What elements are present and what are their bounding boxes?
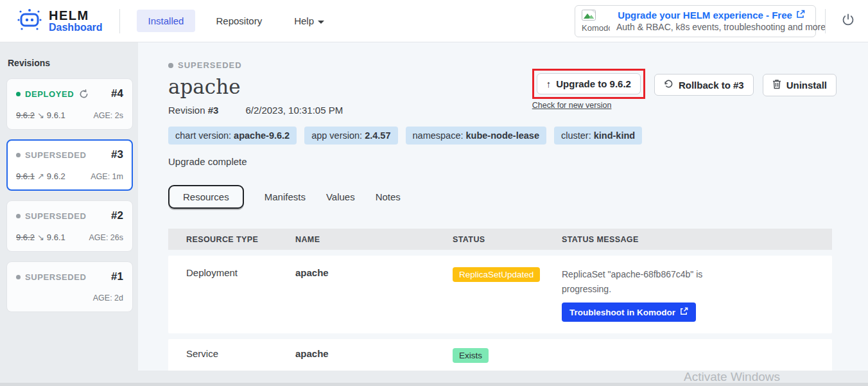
- resource-type-cell: Service: [186, 339, 295, 371]
- new-version: 9.6.1: [47, 110, 65, 120]
- logo-text: HELM Dashboard: [49, 9, 103, 33]
- revision-number: #3: [111, 148, 123, 161]
- main-column: SUPERSEDED apache Revision #3 6/2/2023, …: [138, 42, 868, 386]
- activate-windows-watermark: Activate Windows: [684, 370, 780, 384]
- chart-version-chip: chart version: apache-9.6.2: [168, 127, 297, 145]
- revision-card-4[interactable]: DEPLOYED #4 9.6.2 ↘ 9.6.1 AGE: 2s: [6, 78, 133, 130]
- revision-age: AGE: 26s: [89, 233, 124, 242]
- revision-status: SUPERSEDED: [25, 211, 87, 221]
- resource-status-cell: Exists: [453, 339, 562, 371]
- resource-name-cell: apache: [295, 339, 453, 371]
- banner-subtitle: Auth & RBAC, k8s events, troubleshooting…: [616, 22, 806, 32]
- uninstall-button[interactable]: Uninstall: [763, 74, 837, 96]
- column-header-name: NAME: [295, 235, 453, 244]
- nav-tab-installed[interactable]: Installed: [137, 10, 196, 32]
- troubleshoot-button-label: Troubleshoot in Komodor: [569, 308, 675, 317]
- status-badge: Exists: [453, 348, 489, 363]
- revision-label: Revision #3: [168, 105, 218, 116]
- external-link-icon: [796, 10, 805, 21]
- detail-tabs: Resources Manifests Values Notes: [168, 185, 868, 209]
- uninstall-button-label: Uninstall: [786, 80, 827, 91]
- komodor-promo-banner[interactable]: Komodor Upgrade your HELM experience - F…: [575, 5, 816, 37]
- new-version: 9.6.2: [47, 171, 65, 181]
- arrow-up-icon: ↑: [546, 78, 551, 89]
- resources-table: RESOURCE TYPE NAME STATUS STATUS MESSAGE…: [168, 229, 832, 371]
- revision-status: DEPLOYED: [25, 89, 74, 99]
- resource-name-cell: apache: [295, 256, 453, 333]
- nav-tab-repository[interactable]: Repository: [204, 10, 273, 32]
- trash-icon: [772, 79, 781, 91]
- chip-label: app version:: [311, 130, 365, 141]
- table-row-service: Service apache Exists: [168, 339, 832, 371]
- check-new-version-link[interactable]: Check for new version: [532, 101, 612, 110]
- komodor-broken-image: Komodor: [582, 10, 610, 33]
- troubleshoot-komodor-button[interactable]: Troubleshoot in Komodor: [562, 303, 696, 322]
- chip-label: cluster:: [561, 130, 594, 141]
- revision-status: SUPERSEDED: [25, 272, 87, 282]
- shutdown-button[interactable]: [841, 13, 855, 29]
- old-version: 9.6.2: [16, 232, 35, 242]
- revision-number: #2: [111, 209, 123, 222]
- status-message-text: ReplicaSet "apache-68fb867c4b" is progre…: [562, 267, 706, 297]
- main-nav: Installed Repository Help: [137, 10, 336, 32]
- column-header-status-message: STATUS MESSAGE: [562, 235, 832, 244]
- upgrade-arrow-icon: ↗: [37, 171, 44, 181]
- cluster-chip: cluster: kind-kind: [554, 127, 642, 145]
- status-dot: [168, 63, 173, 68]
- banner-title-link[interactable]: Upgrade your HELM experience - Free: [616, 10, 806, 21]
- annotation-highlight-box: ↑ Upgrade to 9.6.2: [532, 69, 645, 99]
- status-dot: [16, 92, 21, 96]
- banner-title-text: Upgrade your HELM experience - Free: [618, 10, 792, 21]
- tab-values[interactable]: Values: [326, 186, 355, 207]
- chip-value: apache-9.6.2: [234, 130, 290, 141]
- bottom-edge-strip: [0, 383, 868, 386]
- helm-robot-icon: [17, 8, 42, 34]
- helm-logo[interactable]: HELM Dashboard: [17, 8, 103, 34]
- help-label: Help: [294, 15, 314, 26]
- old-version: 9.6.2: [16, 110, 35, 120]
- banner-texts: Upgrade your HELM experience - Free Auth…: [616, 10, 806, 32]
- release-detail-panel: SUPERSEDED apache Revision #3 6/2/2023, …: [138, 42, 868, 371]
- upgrade-button-label: Upgrade to 9.6.2: [556, 78, 631, 89]
- table-header-row: RESOURCE TYPE NAME STATUS STATUS MESSAGE: [168, 229, 832, 250]
- column-header-resource-type: RESOURCE TYPE: [186, 235, 295, 244]
- revision-card-1[interactable]: SUPERSEDED #1 AGE: 2d: [6, 261, 133, 312]
- reload-icon[interactable]: [79, 89, 89, 99]
- tab-resources[interactable]: Resources: [168, 185, 244, 209]
- resource-type-cell: Deployment: [186, 256, 295, 333]
- page-body: Revisions DEPLOYED #4 9.6.2 ↘: [0, 42, 868, 386]
- external-link-icon: [680, 307, 688, 317]
- status-dot: [16, 275, 21, 279]
- status-dot: [16, 214, 21, 218]
- old-version: 9.6.1: [16, 171, 35, 181]
- tab-notes[interactable]: Notes: [376, 186, 401, 207]
- release-actions: ↑ Upgrade to 9.6.2 Check for new version: [532, 69, 837, 110]
- top-bar: HELM Dashboard Installed Repository Help…: [0, 0, 868, 42]
- tab-manifests[interactable]: Manifests: [265, 186, 306, 207]
- komodor-image-alt-text: Komodor: [582, 23, 610, 33]
- rollback-button[interactable]: Rollback to #3: [654, 74, 754, 96]
- revision-age: AGE: 2s: [93, 111, 123, 120]
- chevron-down-icon: [318, 21, 324, 24]
- column-header-status: STATUS: [453, 235, 562, 244]
- revision-card-2[interactable]: SUPERSEDED #2 9.6.2 ↘ 9.6.1 AGE: 26s: [6, 200, 133, 252]
- revision-age: AGE: 1m: [91, 172, 123, 181]
- chip-label: chart version:: [175, 130, 234, 141]
- revision-number: #3: [208, 105, 219, 116]
- helm-dashboard-app: HELM Dashboard Installed Repository Help…: [0, 0, 868, 386]
- rollback-icon: [664, 79, 673, 91]
- new-version: 9.6.1: [47, 232, 65, 242]
- chip-value: 2.4.57: [365, 130, 390, 141]
- logo-subtitle: Dashboard: [49, 22, 103, 33]
- upgrade-button[interactable]: ↑ Upgrade to 9.6.2: [537, 73, 641, 94]
- revision-number: #1: [111, 270, 123, 283]
- revision-card-3[interactable]: SUPERSEDED #3 9.6.1 ↗ 9.6.2 AGE: 1m: [6, 139, 133, 191]
- power-icon: [841, 13, 855, 29]
- status-badge: ReplicaSetUpdated: [453, 267, 540, 282]
- nav-tab-help[interactable]: Help: [282, 10, 336, 32]
- revision-status: SUPERSEDED: [25, 150, 87, 160]
- downgrade-arrow-icon: ↘: [37, 232, 44, 242]
- chip-value: kind-kind: [594, 130, 635, 141]
- rollback-button-label: Rollback to #3: [679, 80, 744, 91]
- revisions-title: Revisions: [8, 58, 133, 68]
